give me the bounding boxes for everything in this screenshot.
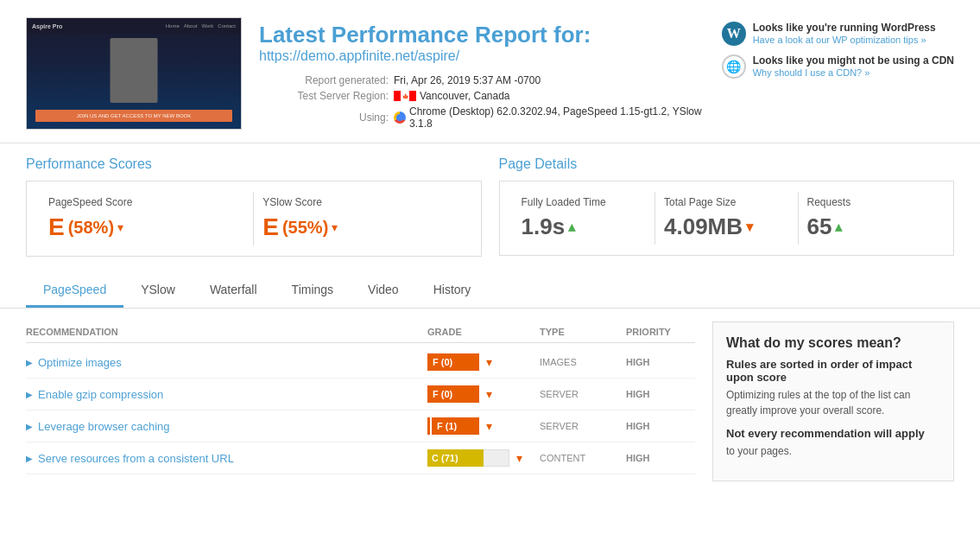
page-size-item: Total Page Size 4.09MB ▾ — [655, 192, 799, 245]
notice-cdn-text: Looks like you might not be using a CDN … — [753, 54, 954, 79]
content-section: RECOMMENDATION GRADE TYPE PRIORITY ▶ Opt… — [0, 309, 980, 494]
notice-wordpress-main: Looks like you're running WordPress — [753, 22, 936, 34]
rec-consistent-url[interactable]: ▶ Serve resources from a consistent URL — [26, 452, 427, 465]
report-meta: Report generated: Fri, Apr 26, 2019 5:37… — [276, 74, 705, 130]
notice-wordpress: W Looks like you're running WordPress Ha… — [722, 22, 954, 46]
notice-wordpress-text: Looks like you're running WordPress Have… — [753, 22, 936, 46]
notice-wordpress-link[interactable]: Have a look at our WP optimization tips … — [753, 35, 926, 45]
requests-label: Requests — [807, 196, 933, 208]
tabs: PageSpeed YSlow Waterfall Timings Video … — [26, 274, 954, 308]
rec-type-gzip: SERVER — [540, 389, 626, 399]
tab-timings[interactable]: Timings — [275, 274, 351, 308]
sidebar-section1-text: Optimizing rules at the top of the list … — [726, 387, 940, 418]
top-section: Aspire Pro Home About Work Contact JOIN … — [0, 0, 980, 143]
page-details: Page Details Fully Loaded Time 1.9s ▴ To… — [499, 156, 955, 256]
rec-priority-url: HIGH — [626, 453, 695, 463]
rec-grade-gzip: F (0) ▾ — [427, 385, 540, 403]
page-size-trend-icon: ▾ — [746, 219, 753, 235]
preview-cta-bar: JOIN US AND GET ACCESS TO MY NEW BOOK — [35, 110, 232, 122]
tabs-section: PageSpeed YSlow Waterfall Timings Video … — [0, 274, 980, 309]
chrome-icon — [394, 111, 406, 124]
loaded-time-item: Fully Loaded Time 1.9s ▴ — [513, 192, 656, 245]
performance-scores: Performance Scores PageSpeed Score E (58… — [26, 156, 482, 257]
report-title: Latest Performance Report for: — [259, 22, 705, 48]
pagespeed-score-value: E (58%) ▾ — [48, 213, 244, 241]
notice-cdn-main: Looks like you might not be using a CDN — [753, 54, 954, 67]
grade-bar-f: F (0) — [427, 385, 479, 403]
page-size-label: Total Page Size — [664, 196, 789, 208]
preview-nav-link: Home — [166, 23, 180, 29]
meta-generated: Report generated: Fri, Apr 26, 2019 5:37… — [276, 74, 705, 86]
right-notices: W Looks like you're running WordPress Ha… — [722, 17, 954, 79]
yslow-trend-icon: ▾ — [332, 220, 338, 234]
table-row: ▶ Serve resources from a consistent URL … — [26, 442, 695, 474]
recommendations-table: RECOMMENDATION GRADE TYPE PRIORITY ▶ Opt… — [26, 321, 695, 481]
table-header: RECOMMENDATION GRADE TYPE PRIORITY — [26, 321, 695, 343]
rec-expand-icon: ▶ — [26, 390, 33, 399]
grade-trend-icon: ▾ — [486, 419, 492, 433]
sidebar-section1-bold: Rules are sorted in order of impact upon… — [726, 358, 940, 384]
yslow-score-value: E (55%) ▾ — [262, 213, 458, 241]
grade-border-indicator — [427, 417, 430, 435]
pagespeed-trend-icon: ▾ — [117, 220, 123, 234]
loaded-time-trend-icon: ▴ — [568, 219, 575, 235]
canada-flag-icon: 🍁 — [394, 91, 416, 101]
tab-video[interactable]: Video — [351, 274, 416, 308]
grade-c-bar-wrapper: C (71) — [427, 449, 509, 467]
preview-nav-link: About — [184, 23, 198, 29]
tab-waterfall[interactable]: Waterfall — [193, 274, 275, 308]
table-row: ▶ Leverage browser caching F (1) ▾ SERVE… — [26, 410, 695, 442]
pagespeed-grade: E — [48, 213, 65, 241]
grade-trend-icon: ▾ — [516, 451, 522, 465]
tab-history[interactable]: History — [416, 274, 489, 308]
notice-cdn: 🌐 Looks like you might not be using a CD… — [722, 54, 954, 79]
notice-cdn-link[interactable]: Why should I use a CDN? » — [753, 67, 870, 78]
preview-nav-link: Contact — [218, 23, 236, 29]
perf-scores-title: Performance Scores — [26, 156, 482, 172]
rec-gzip[interactable]: ▶ Enable gzip compression — [26, 388, 427, 401]
page-size-value: 4.09MB ▾ — [664, 213, 789, 240]
rec-optimize-images[interactable]: ▶ Optimize images — [26, 356, 427, 369]
rec-type-url: CONTENT — [540, 453, 626, 463]
th-grade: GRADE — [427, 327, 540, 337]
grade-bar-f: F (1) — [432, 417, 479, 435]
rec-grade-caching: F (1) ▾ — [427, 417, 540, 435]
sidebar-section2-bold: Not every recommendation will apply — [726, 427, 940, 440]
meta-generated-label: Report generated: — [276, 74, 389, 86]
rec-expand-icon: ▶ — [26, 422, 33, 431]
sidebar-section2-text: to your pages. — [726, 443, 940, 459]
details-box: Fully Loaded Time 1.9s ▴ Total Page Size… — [499, 181, 955, 256]
pagespeed-percent: (58%) — [68, 218, 114, 238]
rec-type-caching: SERVER — [540, 421, 626, 431]
grade-trend-icon: ▾ — [486, 387, 492, 401]
yslow-score-item: YSlow Score E (55%) ▾ — [254, 192, 467, 245]
preview-person-image — [111, 38, 158, 103]
meta-using-value: Chrome (Desktop) 62.0.3202.94, PageSpeed… — [394, 105, 705, 130]
rec-grade-url: C (71) ▾ — [427, 449, 540, 467]
requests-trend-icon: ▴ — [835, 219, 842, 235]
th-type: TYPE — [540, 327, 626, 337]
tab-pagespeed[interactable]: PageSpeed — [26, 274, 123, 308]
loaded-time-number: 1.9s — [522, 213, 566, 240]
preview-body: JOIN US AND GET ACCESS TO MY NEW BOOK — [27, 34, 241, 129]
rec-priority-optimize: HIGH — [626, 357, 695, 367]
tab-yslow[interactable]: YSlow — [123, 274, 193, 308]
page-size-number: 4.09MB — [664, 213, 743, 240]
grade-c-filled: C (71) — [427, 449, 484, 467]
meta-using: Using: Chrome (Desktop) 62.0.3202.94, Pa… — [276, 105, 705, 130]
grade-trend-icon: ▾ — [486, 355, 492, 369]
rec-expand-icon: ▶ — [26, 454, 33, 463]
pagespeed-score-label: PageSpeed Score — [48, 196, 244, 208]
requests-value: 65 ▴ — [807, 213, 933, 240]
meta-generated-value: Fri, Apr 26, 2019 5:37 AM -0700 — [394, 74, 541, 86]
table-row: ▶ Enable gzip compression F (0) ▾ SERVER… — [26, 379, 695, 410]
yslow-score-label: YSlow Score — [262, 196, 458, 208]
pagespeed-score-item: PageSpeed Score E (58%) ▾ — [40, 192, 254, 245]
meta-server: Test Server Region: 🍁 Vancouver, Canada — [276, 90, 705, 102]
report-url: https://demo.appfinite.net/aspire/ — [259, 48, 705, 64]
rec-browser-caching[interactable]: ▶ Leverage browser caching — [26, 420, 427, 433]
scores-sidebar: What do my scores mean? Rules are sorted… — [712, 321, 954, 481]
rec-type-optimize: IMAGES — [540, 357, 626, 367]
rec-priority-gzip: HIGH — [626, 389, 695, 399]
grade-bar-f: F (0) — [427, 353, 479, 371]
